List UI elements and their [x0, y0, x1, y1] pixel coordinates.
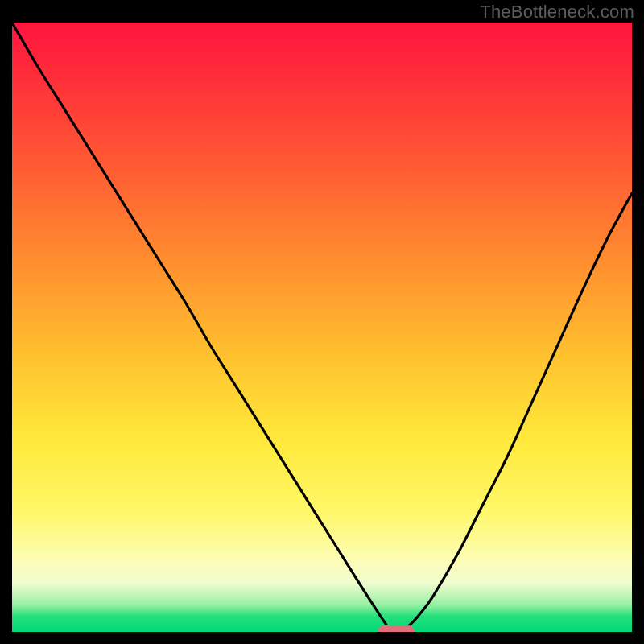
bottleneck-curve — [12, 23, 632, 632]
plot-area — [12, 23, 632, 632]
watermark-text: TheBottleneck.com — [480, 2, 634, 23]
optimal-marker — [378, 625, 415, 632]
chart-frame: TheBottleneck.com — [0, 0, 644, 644]
